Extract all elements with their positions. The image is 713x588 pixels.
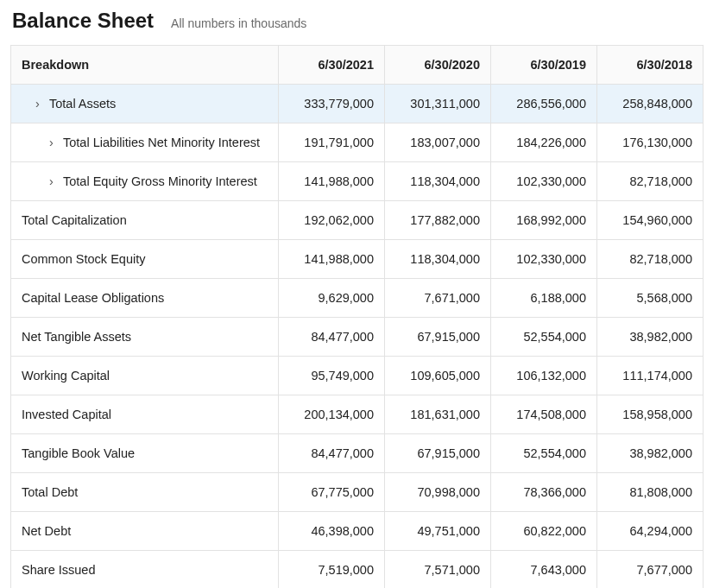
table-row[interactable]: ›Total Equity Gross Minority Interest141… — [11, 162, 704, 201]
cell-value: 82,718,000 — [597, 162, 704, 201]
row-label: Share Issued — [11, 551, 279, 589]
cell-value: 141,988,000 — [279, 162, 385, 201]
row-label-text: Working Capital — [22, 369, 110, 383]
cell-value: 52,554,000 — [491, 318, 597, 357]
cell-value: 181,631,000 — [385, 395, 491, 434]
cell-value: 184,226,000 — [491, 123, 597, 162]
table-header-row: Breakdown 6/30/2021 6/30/2020 6/30/2019 … — [11, 46, 704, 85]
row-label: Total Capitalization — [11, 201, 279, 240]
cell-value: 141,988,000 — [279, 240, 385, 279]
cell-value: 177,882,000 — [385, 201, 491, 240]
cell-value: 49,751,000 — [385, 512, 491, 551]
table-row[interactable]: ›Total Assets333,779,000301,311,000286,5… — [11, 85, 704, 123]
cell-value: 60,822,000 — [491, 512, 597, 551]
row-label[interactable]: ›Total Assets — [11, 85, 279, 123]
table-row: Tangible Book Value84,477,00067,915,0005… — [11, 434, 704, 473]
row-label-text: Capital Lease Obligations — [22, 291, 164, 305]
chevron-right-icon[interactable]: › — [49, 136, 61, 149]
cell-value: 168,992,000 — [491, 201, 597, 240]
cell-value: 70,998,000 — [385, 473, 491, 512]
row-label: Common Stock Equity — [11, 240, 279, 279]
cell-value: 95,749,000 — [279, 357, 385, 395]
col-date-1: 6/30/2020 — [385, 46, 491, 85]
cell-value: 7,671,000 — [385, 279, 491, 318]
cell-value: 64,294,000 — [597, 512, 704, 551]
row-label[interactable]: ›Total Equity Gross Minority Interest — [11, 162, 279, 201]
row-label-text: Total Equity Gross Minority Interest — [63, 174, 257, 188]
cell-value: 118,304,000 — [385, 162, 491, 201]
cell-value: 301,311,000 — [385, 85, 491, 123]
row-label-text: Total Assets — [49, 97, 116, 111]
cell-value: 176,130,000 — [597, 123, 704, 162]
cell-value: 38,982,000 — [597, 434, 704, 473]
col-date-2: 6/30/2019 — [491, 46, 597, 85]
cell-value: 286,556,000 — [491, 85, 597, 123]
row-label-text: Net Debt — [22, 524, 71, 538]
cell-value: 9,629,000 — [279, 279, 385, 318]
cell-value: 84,477,000 — [279, 434, 385, 473]
table-row: Working Capital95,749,000109,605,000106,… — [11, 357, 704, 395]
cell-value: 118,304,000 — [385, 240, 491, 279]
cell-value: 46,398,000 — [279, 512, 385, 551]
cell-value: 333,779,000 — [279, 85, 385, 123]
cell-value: 38,982,000 — [597, 318, 704, 357]
row-label: Total Debt — [11, 473, 279, 512]
cell-value: 106,132,000 — [491, 357, 597, 395]
row-label: Invested Capital — [11, 395, 279, 434]
cell-value: 52,554,000 — [491, 434, 597, 473]
cell-value: 82,718,000 — [597, 240, 704, 279]
balance-sheet-table: Breakdown 6/30/2021 6/30/2020 6/30/2019 … — [10, 45, 704, 588]
table-row: Total Debt67,775,00070,998,00078,366,000… — [11, 473, 704, 512]
row-label-text: Common Stock Equity — [22, 252, 145, 266]
table-row: Share Issued7,519,0007,571,0007,643,0007… — [11, 551, 704, 589]
cell-value: 102,330,000 — [491, 240, 597, 279]
cell-value: 81,808,000 — [597, 473, 704, 512]
chevron-right-icon[interactable]: › — [49, 174, 61, 188]
cell-value: 200,134,000 — [279, 395, 385, 434]
row-label-text: Invested Capital — [22, 408, 111, 421]
cell-value: 5,568,000 — [597, 279, 704, 318]
cell-value: 6,188,000 — [491, 279, 597, 318]
cell-value: 192,062,000 — [279, 201, 385, 240]
row-label-text: Net Tangible Assets — [22, 330, 131, 344]
row-label: Net Debt — [11, 512, 279, 551]
cell-value: 183,007,000 — [385, 123, 491, 162]
row-label: Tangible Book Value — [11, 434, 279, 473]
cell-value: 84,477,000 — [279, 318, 385, 357]
cell-value: 102,330,000 — [491, 162, 597, 201]
page-header: Balance Sheet All numbers in thousands — [10, 9, 703, 33]
row-label-text: Share Issued — [22, 563, 95, 577]
row-label-text: Total Liabilities Net Minority Interest — [63, 136, 260, 149]
table-row: Invested Capital200,134,000181,631,00017… — [11, 395, 704, 434]
cell-value: 7,571,000 — [385, 551, 491, 589]
row-label-text: Total Capitalization — [22, 213, 127, 227]
cell-value: 191,791,000 — [279, 123, 385, 162]
page-subtitle: All numbers in thousands — [171, 16, 306, 30]
cell-value: 109,605,000 — [385, 357, 491, 395]
chevron-right-icon[interactable]: › — [35, 97, 47, 111]
table-row: Common Stock Equity141,988,000118,304,00… — [11, 240, 704, 279]
cell-value: 67,775,000 — [279, 473, 385, 512]
row-label: Net Tangible Assets — [11, 318, 279, 357]
cell-value: 154,960,000 — [597, 201, 704, 240]
cell-value: 258,848,000 — [597, 85, 704, 123]
cell-value: 111,174,000 — [597, 357, 704, 395]
cell-value: 7,677,000 — [597, 551, 704, 589]
row-label[interactable]: ›Total Liabilities Net Minority Interest — [11, 123, 279, 162]
table-row[interactable]: ›Total Liabilities Net Minority Interest… — [11, 123, 704, 162]
cell-value: 78,366,000 — [491, 473, 597, 512]
row-label: Capital Lease Obligations — [11, 279, 279, 318]
table-row: Net Tangible Assets84,477,00067,915,0005… — [11, 318, 704, 357]
col-breakdown: Breakdown — [11, 46, 279, 85]
page-title: Balance Sheet — [12, 9, 154, 33]
col-date-0: 6/30/2021 — [279, 46, 385, 85]
cell-value: 7,643,000 — [491, 551, 597, 589]
row-label-text: Total Debt — [22, 485, 78, 499]
cell-value: 174,508,000 — [491, 395, 597, 434]
cell-value: 7,519,000 — [279, 551, 385, 589]
table-row: Capital Lease Obligations9,629,0007,671,… — [11, 279, 704, 318]
balance-sheet-body: ›Total Assets333,779,000301,311,000286,5… — [11, 85, 704, 589]
cell-value: 67,915,000 — [385, 434, 491, 473]
col-date-3: 6/30/2018 — [597, 46, 704, 85]
table-row: Total Capitalization192,062,000177,882,0… — [11, 201, 704, 240]
